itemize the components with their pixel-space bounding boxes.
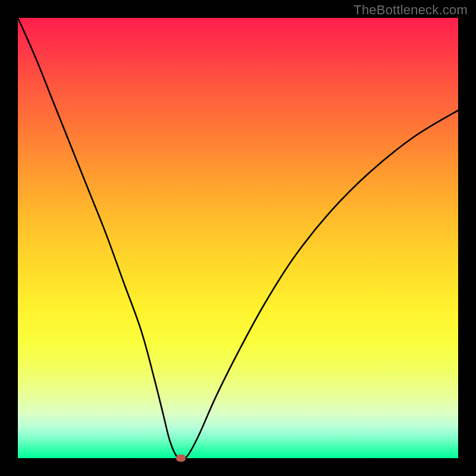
bottleneck-curve (18, 18, 458, 458)
curve-path (18, 18, 458, 458)
watermark-text: TheBottleneck.com (353, 2, 468, 18)
minimum-marker (176, 455, 186, 462)
plot-area (18, 18, 458, 458)
chart-frame: TheBottleneck.com (0, 0, 476, 476)
